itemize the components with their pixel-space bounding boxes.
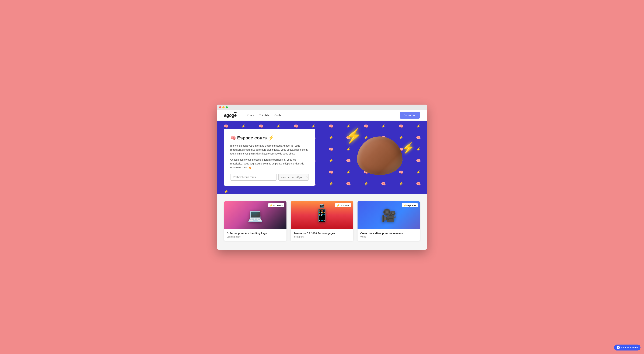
hero-search-bar: chercher par catégo...	[230, 174, 309, 181]
course-info-2: Passer de 0 à 1000 Fans engagés Instagra…	[291, 229, 353, 241]
course-thumb-2: 📷 📱 ⚡70 points	[291, 201, 353, 229]
course-thumb-1: 💻 ⚡55 points	[224, 201, 286, 229]
pattern-item: ⚡	[322, 132, 340, 144]
course-title-3: Créer des vidéos pour les réseaux...	[360, 232, 417, 235]
pattern-item: 🧠	[322, 167, 340, 178]
course-thumb-3: 🎥 ⚡50 points	[358, 201, 420, 229]
course-card-1[interactable]: 💻 ⚡55 points Créer sa première Landing P…	[224, 201, 286, 241]
lightning-icon-right: ⚡	[402, 142, 415, 154]
course-card-3[interactable]: 🎥 ⚡50 points Créer des vidéos pour les r…	[358, 201, 420, 241]
camera-icon: 🎥	[381, 208, 396, 222]
nav-link-outils[interactable]: Outils	[274, 114, 281, 117]
minimize-dot[interactable]	[222, 106, 224, 108]
course-card-2[interactable]: 📷 📱 ⚡70 points Passer de 0 à 1000 Fans e…	[291, 201, 353, 241]
browser-window: agogē Cours Tutoriels Outils Connexion 🧠…	[217, 105, 427, 250]
hero-brain-visual: ⚡ ⚡	[350, 131, 416, 184]
nav-link-cours[interactable]: Cours	[247, 114, 254, 117]
pattern-item: 🧠	[392, 121, 410, 132]
nav-link-tutoriels[interactable]: Tutoriels	[259, 114, 269, 117]
hero-title: 🧠 Espace cours ⚡	[230, 135, 309, 141]
pattern-item: ⚡	[322, 155, 340, 167]
built-on-bubble-label: Built on Bubble	[621, 346, 638, 349]
close-dot[interactable]	[219, 106, 221, 108]
phone-icon: 📱	[314, 208, 330, 222]
hero-section: 🧠 ⚡ 🧠 ⚡ 🧠 ⚡ 🧠 ⚡ 🧠 ⚡ 🧠 ⚡ ⚡ 🧠 ⚡ 🧠 ⚡ 🧠 ⚡ 🧠 …	[217, 121, 427, 194]
points-badge-1: ⚡55 points	[268, 203, 284, 207]
bubble-logo-icon: b	[617, 346, 620, 349]
search-input[interactable]	[230, 174, 277, 181]
logo: agogē	[224, 113, 236, 118]
pattern-item: 🧠	[322, 144, 340, 155]
brain-image	[357, 136, 402, 175]
course-category-3: Vidéo	[360, 235, 417, 238]
course-category-1: Landing page	[227, 235, 284, 238]
course-title-2: Passer de 0 à 1000 Fans engagés	[294, 232, 350, 235]
pattern-item: ⚡	[217, 190, 234, 194]
pattern-item: ⚡	[374, 121, 392, 132]
course-title-1: Créer sa première Landing Page	[227, 232, 284, 235]
hero-paragraph-2: Chaque cours vous propose différents exe…	[230, 158, 309, 170]
browser-titlebar	[217, 105, 427, 110]
built-on-bubble-badge[interactable]: b Built on Bubble	[614, 344, 640, 350]
course-info-3: Créer des vidéos pour les réseaux... Vid…	[358, 229, 420, 241]
courses-section: 💻 ⚡55 points Créer sa première Landing P…	[217, 194, 427, 250]
hero-paragraph-1: Bienvenue dans votre interface d'apprent…	[230, 144, 309, 156]
connexion-button[interactable]: Connexion	[400, 112, 420, 119]
points-badge-2: ⚡70 points	[335, 203, 351, 207]
laptop-icon: 💻	[248, 208, 263, 222]
pattern-item: 🧠	[322, 121, 340, 132]
navbar: agogē Cours Tutoriels Outils Connexion	[217, 110, 427, 121]
lightning-icon-left: ⚡	[345, 128, 362, 144]
category-select[interactable]: chercher par catégo...	[278, 174, 309, 181]
instagram-icon: 📷	[320, 203, 324, 208]
nav-links: Cours Tutoriels Outils	[247, 114, 393, 117]
pattern-item: ⚡	[410, 121, 427, 132]
course-info-1: Créer sa première Landing Page Landing p…	[224, 229, 286, 241]
hero-card: 🧠 Espace cours ⚡ Bienvenue dans votre in…	[224, 129, 315, 186]
course-category-2: Instagram	[294, 235, 350, 238]
points-badge-3: ⚡50 points	[402, 203, 418, 207]
courses-grid: 💻 ⚡55 points Créer sa première Landing P…	[224, 201, 420, 241]
pattern-item: ⚡	[322, 178, 340, 190]
maximize-dot[interactable]	[226, 106, 228, 108]
